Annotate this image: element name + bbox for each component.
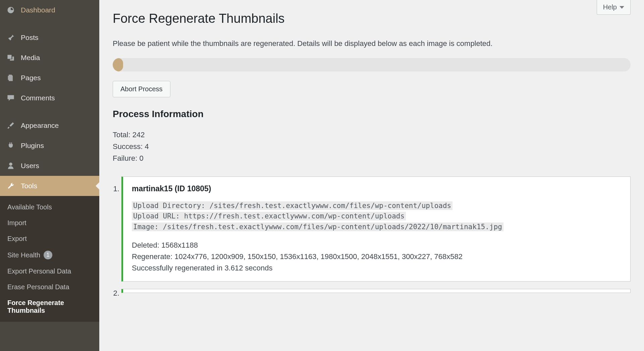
main-content: Help Force Regenerate Thumbnails Please … bbox=[99, 0, 644, 351]
process-info-heading: Process Information bbox=[113, 109, 631, 119]
dashboard-icon bbox=[6, 5, 15, 15]
sidebar-item-dashboard[interactable]: Dashboard bbox=[0, 0, 99, 20]
stat-total: Total: 242 bbox=[113, 129, 631, 141]
chevron-down-icon bbox=[620, 6, 624, 9]
brush-icon bbox=[6, 121, 15, 130]
result-title: martinak15 (ID 10805) bbox=[132, 184, 622, 193]
submenu-site-health[interactable]: Site Health 1 bbox=[0, 247, 99, 263]
sidebar-item-users[interactable]: Users bbox=[0, 156, 99, 176]
pin-icon bbox=[6, 33, 15, 42]
sidebar-item-label: Plugins bbox=[21, 142, 44, 150]
deleted-sizes: Deleted: 1568x1188 bbox=[132, 240, 622, 251]
submenu-export-personal-data[interactable]: Export Personal Data bbox=[0, 263, 99, 279]
result-item-1: martinak15 (ID 10805) Upload Directory: … bbox=[121, 177, 631, 282]
progress-bar bbox=[113, 58, 631, 71]
admin-sidebar: Dashboard Posts Media Pages Comments App… bbox=[0, 0, 99, 351]
pages-icon bbox=[6, 73, 15, 83]
sidebar-item-label: Comments bbox=[21, 94, 55, 102]
result-paths: Upload Directory: /sites/fresh.test.exac… bbox=[132, 201, 622, 233]
submenu-export[interactable]: Export bbox=[0, 231, 99, 247]
regenerate-sizes: Regenerate: 1024x776, 1200x909, 150x150,… bbox=[132, 251, 622, 262]
page-title: Force Regenerate Thumbnails bbox=[113, 11, 631, 26]
submenu-force-regenerate-thumbnails[interactable]: Force Regenerate Thumbnails bbox=[0, 295, 99, 318]
sidebar-item-tools[interactable]: Tools bbox=[0, 176, 99, 196]
sidebar-item-label: Dashboard bbox=[21, 6, 55, 14]
comment-icon bbox=[6, 93, 15, 103]
process-stats: Total: 242 Success: 4 Failure: 0 bbox=[113, 129, 631, 164]
sidebar-item-label: Appearance bbox=[21, 121, 59, 130]
intro-text: Please be patient while the thumbnails a… bbox=[113, 39, 631, 48]
media-icon bbox=[6, 53, 15, 62]
user-icon bbox=[6, 161, 15, 170]
progress-fill bbox=[113, 58, 123, 71]
abort-button[interactable]: Abort Process bbox=[113, 81, 170, 97]
sidebar-item-pages[interactable]: Pages bbox=[0, 68, 99, 88]
result-details: Deleted: 1568x1188 Regenerate: 1024x776,… bbox=[132, 240, 622, 274]
result-card: martinak15 (ID 10805) Upload Directory: … bbox=[121, 177, 631, 282]
sidebar-item-label: Tools bbox=[21, 182, 37, 190]
sidebar-item-media[interactable]: Media bbox=[0, 48, 99, 68]
results-list: martinak15 (ID 10805) Upload Directory: … bbox=[113, 177, 631, 298]
help-label: Help bbox=[603, 3, 617, 11]
result-item-2 bbox=[121, 289, 631, 298]
sidebar-item-comments[interactable]: Comments bbox=[0, 88, 99, 108]
submenu-import[interactable]: Import bbox=[0, 215, 99, 231]
site-health-badge: 1 bbox=[44, 251, 52, 259]
sidebar-item-label: Posts bbox=[21, 34, 39, 42]
sidebar-item-label: Pages bbox=[21, 74, 41, 82]
stat-failure: Failure: 0 bbox=[113, 152, 631, 164]
tools-submenu: Available Tools Import Export Site Healt… bbox=[0, 196, 99, 322]
plug-icon bbox=[6, 141, 15, 150]
sidebar-item-appearance[interactable]: Appearance bbox=[0, 115, 99, 136]
stat-success: Success: 4 bbox=[113, 141, 631, 152]
help-button[interactable]: Help bbox=[597, 0, 631, 15]
submenu-erase-personal-data[interactable]: Erase Personal Data bbox=[0, 279, 99, 295]
sidebar-item-label: Media bbox=[21, 54, 40, 62]
sidebar-item-plugins[interactable]: Plugins bbox=[0, 136, 99, 156]
submenu-available-tools[interactable]: Available Tools bbox=[0, 199, 99, 215]
success-message: Successfully regenerated in 3.612 second… bbox=[132, 262, 622, 274]
result-card-partial bbox=[121, 289, 631, 293]
wrench-icon bbox=[6, 181, 15, 191]
upload-dir: Upload Directory: /sites/fresh.test.exac… bbox=[132, 201, 452, 210]
sidebar-item-label: Users bbox=[21, 162, 39, 170]
upload-url: Upload URL: https://fresh.test.exactlyww… bbox=[132, 212, 406, 220]
sidebar-item-posts[interactable]: Posts bbox=[0, 28, 99, 48]
image-path: Image: /sites/fresh.test.exactlywww.com/… bbox=[132, 222, 503, 231]
